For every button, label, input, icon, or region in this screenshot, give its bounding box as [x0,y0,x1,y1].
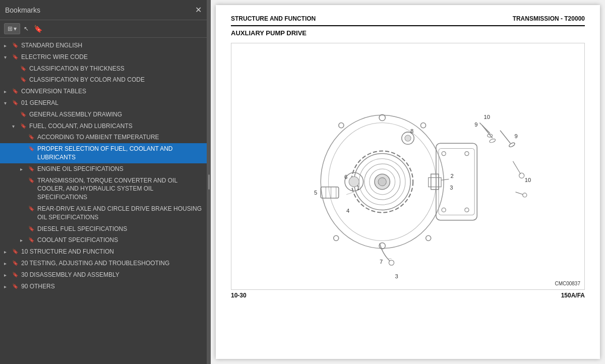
item-label-standard-english: STANDARD ENGLISH [21,41,203,50]
svg-line-24 [479,123,490,133]
diagram-image: 10 9 9 10 8 2 3 1 [231,43,584,289]
bookmark-icon-diesel-fuel: 🔖 [28,225,35,232]
tree-item-fuel-coolant[interactable]: 🔖FUEL, COOLANT, AND LUBRICANTS [0,120,207,132]
expand-arrow-30-disassembly[interactable] [4,272,11,279]
panel-splitter[interactable] [207,0,211,364]
svg-text:10: 10 [525,177,531,183]
bookmark-icon-01-general: 🔖 [12,99,19,106]
item-label-electric-wire-code: ELECTRIC WIRE CODE [21,53,203,62]
grid-icon: ⊞ [8,25,13,32]
bookmark-nav-button[interactable]: 🔖 [32,23,44,34]
tree-item-01-general[interactable]: 🔖01 GENERAL [0,97,207,109]
bookmark-icon-transmission-oil: 🔖 [28,177,35,184]
item-label-engine-oil: ENGINE OIL SPECIFICATIONS [37,165,203,173]
bookmark-icon-engine-oil: 🔖 [28,165,35,172]
bookmarks-panel: Bookmarks ✕ ⊞ ▾ ↖ 🔖 🔖STANDARD ENGLISH🔖EL… [0,0,207,364]
svg-rect-32 [429,177,441,187]
tree-item-electric-wire-code[interactable]: 🔖ELECTRIC WIRE CODE [0,51,207,63]
pump-diagram-svg: 10 9 9 10 8 2 3 1 [231,43,584,289]
item-label-coolant-specs: COOLANT SPECIFICATIONS [37,236,203,245]
svg-point-29 [519,173,524,178]
expand-arrow-01-general[interactable] [4,100,11,107]
svg-point-34 [389,260,394,265]
item-label-90-others: 90 OTHERS [21,282,203,291]
item-label-transmission-oil: TRANSMISSION, TORQUE CONVERTER AND OIL C… [37,176,203,202]
tree-item-coolant-specs[interactable]: 🔖COOLANT SPECIFICATIONS [0,234,207,246]
doc-footer: 10-30 150A/FA [231,290,585,301]
splitter-handle [208,174,210,190]
footer-page-number: 10-30 [231,292,247,299]
diagram-code: CMC00837 [555,281,580,286]
item-label-fuel-coolant: FUEL, COOLANT, AND LUBRICANTS [29,122,203,131]
tree-item-10-structure[interactable]: 🔖10 STRUCTURE AND FUNCTION [0,246,207,258]
item-label-conversion-tables: CONVERSION TABLES [21,87,203,96]
svg-point-20 [465,208,469,212]
svg-text:9: 9 [514,133,517,139]
doc-header-section: STRUCTURE AND FUNCTION [231,15,316,22]
expand-arrow-standard-english[interactable] [4,42,11,49]
tree-item-rear-drive[interactable]: 🔖REAR-DRIVE AXLE AND CIRCLE DRIVE BRAKE … [0,203,207,223]
tree-item-engine-oil[interactable]: 🔖ENGINE OIL SPECIFICATIONS [0,163,207,175]
expand-arrow-electric-wire-code[interactable] [4,54,11,61]
tree-item-90-others[interactable]: 🔖90 OTHERS [0,281,207,292]
svg-point-9 [379,114,385,120]
tree-item-standard-english[interactable]: 🔖STANDARD ENGLISH [0,40,207,51]
expand-arrow-coolant-specs[interactable] [20,237,27,244]
svg-text:5: 5 [314,190,317,196]
item-label-01-general: 01 GENERAL [21,99,203,107]
bookmark-icon-electric-wire-code: 🔖 [12,53,19,60]
bookmark-icon: 🔖 [34,25,42,33]
svg-text:4: 4 [346,208,349,214]
bookmark-icon-conversion-tables: 🔖 [12,88,19,95]
tree-item-30-disassembly[interactable]: 🔖30 DISASSEMBLY AND ASSEMBLY [0,269,207,281]
expand-arrow-conversion-tables[interactable] [4,88,11,95]
document-inner: STRUCTURE AND FUNCTION TRANSMISSION - T2… [216,5,600,359]
tree-item-class-color[interactable]: 🔖CLASSIFICATION BY COLOR AND CODE [0,74,207,86]
svg-point-17 [442,152,446,156]
bookmark-icon-coolant-specs: 🔖 [28,236,35,244]
footer-doc-code: 150A/FA [561,292,585,299]
svg-text:3: 3 [450,185,453,191]
expand-arrow-10-structure[interactable] [4,249,11,256]
tree-item-general-assembly[interactable]: 🔖GENERAL ASSEMBLY DRAWING [0,109,207,120]
tree-item-conversion-tables[interactable]: 🔖CONVERSION TABLES [0,86,207,97]
expand-arrow-icon: ▾ [14,25,17,32]
tree-item-transmission-oil[interactable]: 🔖TRANSMISSION, TORQUE CONVERTER AND OIL … [0,175,207,203]
bookmark-icon-10-structure: 🔖 [12,248,19,255]
bookmark-icon-fuel-coolant: 🔖 [20,123,27,130]
expand-all-button[interactable]: ⊞ ▾ [4,23,20,34]
doc-header-transmission: TRANSMISSION - T20000 [513,15,585,22]
svg-point-18 [465,152,469,156]
bookmark-icon-90-others: 🔖 [12,283,19,290]
close-button[interactable]: ✕ [195,6,202,14]
diagram-area: 10 9 9 10 8 2 3 1 [231,43,585,290]
svg-line-28 [513,161,520,174]
tree-item-proper-selection[interactable]: 🔖PROPER SELECTION OF FUEL, COOLANT AND L… [0,143,207,163]
svg-text:3: 3 [395,273,398,279]
svg-point-8 [378,177,386,186]
expand-arrow-engine-oil[interactable] [20,166,27,173]
tree-item-diesel-fuel[interactable]: 🔖DIESEL FUEL SPECIFICATIONS [0,223,207,235]
svg-line-33 [441,179,449,180]
bookmark-icon-30-disassembly: 🔖 [12,271,19,278]
tree-item-class-thickness[interactable]: 🔖CLASSIFICATION BY THICKNESS [0,63,207,75]
svg-line-56 [346,192,354,195]
tree-item-ambient-temp[interactable]: 🔖ACCORDING TO AMBIENT TEMPERATURE [0,132,207,143]
item-label-general-assembly: GENERAL ASSEMBLY DRAWING [29,110,203,119]
svg-point-23 [489,138,496,143]
expand-arrow-fuel-coolant[interactable] [12,123,19,130]
item-label-class-thickness: CLASSIFICATION BY THICKNESS [29,65,203,73]
svg-point-19 [442,208,446,212]
expand-arrow-90-others[interactable] [4,283,11,290]
tree-item-20-testing[interactable]: 🔖20 TESTING, ADJUSTING AND TROUBLESHOOTI… [0,258,207,269]
expand-arrow-20-testing[interactable] [4,260,11,267]
svg-text:1: 1 [356,185,359,191]
item-label-30-disassembly: 30 DISASSEMBLY AND ASSEMBLY [21,271,203,279]
document-panel: STRUCTURE AND FUNCTION TRANSMISSION - T2… [211,0,605,364]
svg-point-12 [339,123,344,128]
bookmarks-title: Bookmarks [5,6,40,14]
svg-point-11 [420,123,426,128]
document-content: STRUCTURE AND FUNCTION TRANSMISSION - T2… [216,5,600,359]
item-label-diesel-fuel: DIESEL FUEL SPECIFICATIONS [37,225,203,233]
item-label-proper-selection: PROPER SELECTION OF FUEL, COOLANT AND LU… [37,145,203,162]
